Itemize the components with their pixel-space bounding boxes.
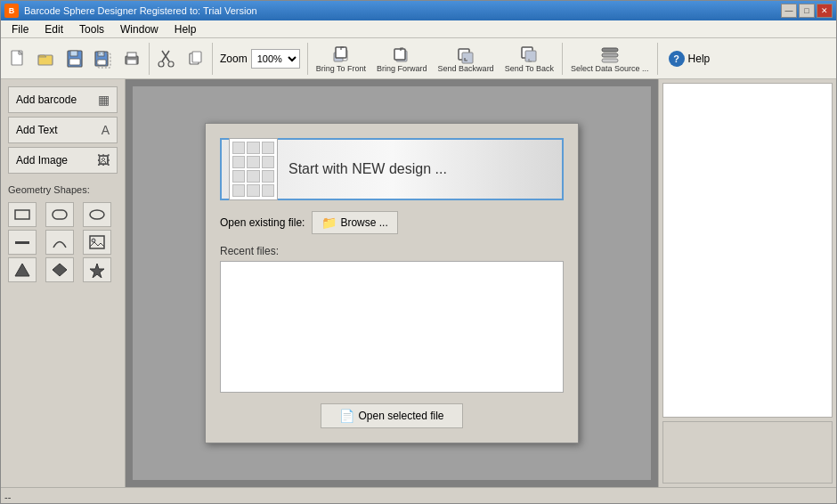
- label-cell: [247, 170, 259, 183]
- open-button[interactable]: [33, 42, 60, 76]
- add-image-label: Add Image: [16, 154, 68, 167]
- maximize-button[interactable]: □: [799, 4, 815, 18]
- app-icon: B: [4, 4, 19, 18]
- label-cell: [262, 142, 274, 154]
- copy-button[interactable]: [182, 42, 208, 76]
- svg-rect-28: [525, 51, 536, 61]
- shape-rounded-rect[interactable]: [45, 202, 74, 227]
- separator-3: [307, 43, 308, 75]
- new-icon: [8, 49, 28, 69]
- main-content: Add barcode ▦ Add Text A Add Image 🖼 Geo…: [1, 79, 836, 487]
- svg-rect-5: [70, 51, 77, 56]
- canvas-area: Start with NEW design ... Open existing …: [126, 79, 658, 487]
- right-bottom-panel: [662, 421, 833, 484]
- add-image-button[interactable]: Add Image 🖼: [8, 147, 118, 174]
- open-selected-button[interactable]: 📄 Open selected file: [321, 403, 463, 428]
- label-cell: [232, 156, 245, 168]
- shape-triangle[interactable]: [8, 257, 37, 282]
- shape-line[interactable]: [8, 230, 37, 255]
- zoom-area: Zoom 100% 50% 75% 125% 150% 200%: [216, 49, 304, 69]
- shape-star[interactable]: [83, 257, 111, 282]
- save-icon: [65, 49, 85, 69]
- minimize-button[interactable]: —: [781, 4, 797, 18]
- svg-marker-40: [90, 264, 104, 278]
- right-top-preview: [662, 83, 833, 418]
- open-existing-row: Open existing file: 📁 Browse ...: [220, 211, 564, 234]
- new-button[interactable]: [4, 42, 31, 76]
- send-backward-button[interactable]: Send Backward: [434, 42, 499, 76]
- label-cell: [232, 142, 245, 154]
- open-existing-label: Open existing file:: [220, 216, 305, 229]
- select-data-source-button[interactable]: Select Data Source ...: [566, 42, 654, 76]
- menu-window[interactable]: Window: [113, 21, 166, 37]
- shape-ellipse[interactable]: [83, 202, 111, 227]
- svg-rect-6: [69, 59, 80, 65]
- separator-1: [149, 43, 150, 75]
- svg-rect-33: [53, 210, 67, 219]
- bring-forward-label: Bring Forward: [377, 64, 427, 73]
- shape-image-frame[interactable]: [83, 230, 111, 255]
- help-button[interactable]: ? Help: [662, 47, 718, 70]
- add-text-button[interactable]: Add Text A: [8, 117, 118, 143]
- folder-icon: 📁: [321, 215, 337, 230]
- menu-tools[interactable]: Tools: [72, 21, 111, 37]
- svg-rect-36: [90, 236, 104, 248]
- browse-label: Browse ...: [340, 216, 387, 229]
- geometry-label: Geometry Shapes:: [8, 184, 118, 195]
- save-all-icon: [93, 49, 113, 69]
- bring-to-front-button[interactable]: Bring To Front: [312, 42, 370, 76]
- text-icon: A: [102, 123, 110, 137]
- new-design-text: Start with NEW design ...: [288, 161, 447, 177]
- label-sheet-preview: [229, 138, 278, 200]
- send-backward-label: Send Backward: [438, 64, 494, 73]
- browse-button[interactable]: 📁 Browse ...: [312, 211, 397, 234]
- print-button[interactable]: [118, 42, 145, 76]
- svg-rect-26: [462, 53, 473, 63]
- help-icon: ?: [669, 51, 685, 67]
- send-to-back-button[interactable]: Send To Back: [500, 42, 558, 76]
- zoom-select[interactable]: 100% 50% 75% 125% 150% 200%: [251, 49, 300, 69]
- bring-forward-button[interactable]: Bring Forward: [372, 42, 432, 76]
- svg-point-37: [92, 239, 95, 242]
- save-button[interactable]: [61, 42, 88, 76]
- label-cell: [232, 184, 245, 197]
- menu-edit[interactable]: Edit: [37, 21, 70, 37]
- recent-files-list[interactable]: [220, 261, 564, 393]
- canvas-inner: Start with NEW design ... Open existing …: [133, 86, 651, 480]
- open-icon: [37, 49, 56, 69]
- svg-rect-12: [127, 53, 136, 57]
- image-icon: 🖼: [97, 153, 110, 167]
- label-cell: [247, 184, 259, 197]
- statusbar: --: [1, 487, 836, 504]
- cut-button[interactable]: [153, 42, 180, 76]
- select-data-source-icon: [600, 45, 620, 64]
- shape-diamond[interactable]: [45, 257, 74, 282]
- svg-point-17: [168, 61, 174, 67]
- add-barcode-button[interactable]: Add barcode ▦: [8, 86, 118, 113]
- label-cell: [262, 170, 274, 183]
- label-cell: [262, 184, 274, 197]
- new-design-option[interactable]: Start with NEW design ...: [220, 138, 564, 200]
- svg-rect-32: [15, 210, 29, 219]
- zoom-label: Zoom: [220, 53, 248, 65]
- menubar: File Edit Tools Window Help: [1, 20, 836, 38]
- right-panel: [658, 79, 836, 487]
- geometry-grid: [8, 202, 118, 282]
- svg-rect-19: [192, 52, 201, 62]
- add-text-label: Add Text: [16, 124, 57, 136]
- shape-arc[interactable]: [45, 230, 74, 255]
- add-barcode-label: Add barcode: [16, 93, 77, 106]
- svg-marker-39: [53, 264, 67, 276]
- shape-rectangle[interactable]: [8, 202, 37, 227]
- send-to-back-label: Send To Back: [505, 64, 554, 73]
- separator-4: [562, 43, 563, 75]
- toolbar: Zoom 100% 50% 75% 125% 150% 200% Bring T…: [1, 38, 836, 79]
- left-panel: Add barcode ▦ Add Text A Add Image 🖼 Geo…: [1, 79, 126, 487]
- menu-help[interactable]: Help: [167, 21, 204, 37]
- close-button[interactable]: ✕: [817, 4, 833, 18]
- label-cell: [232, 170, 245, 183]
- svg-point-34: [90, 210, 104, 219]
- select-data-source-label: Select Data Source ...: [571, 64, 649, 73]
- save-all-button[interactable]: [90, 42, 117, 76]
- menu-file[interactable]: File: [4, 21, 36, 37]
